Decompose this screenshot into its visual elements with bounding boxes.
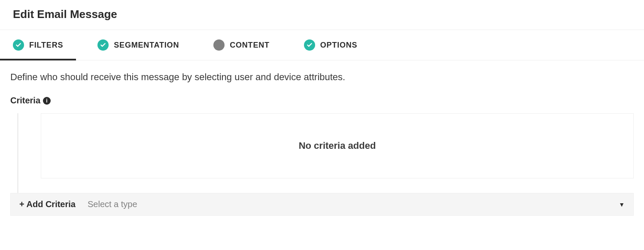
check-icon (304, 39, 315, 51)
criteria-body: No criteria added (17, 113, 634, 193)
tab-label: OPTIONS (320, 41, 358, 50)
add-criteria-bar[interactable]: + Add Criteria Select a type ▼ (10, 193, 634, 216)
check-icon (13, 39, 24, 51)
tab-description: Define who should receive this message b… (0, 60, 644, 96)
tab-label: FILTERS (29, 41, 63, 50)
tab-content[interactable]: CONTENT (213, 30, 270, 60)
tab-segmentation[interactable]: SEGMENTATION (97, 30, 179, 60)
page-header: Edit Email Message (0, 0, 644, 30)
criteria-type-select[interactable]: Select a type (88, 199, 619, 209)
criteria-label: Criteria (10, 96, 40, 105)
caret-down-icon: ▼ (619, 201, 625, 208)
check-icon (97, 39, 109, 51)
tab-options[interactable]: OPTIONS (304, 30, 358, 60)
tab-filters[interactable]: FILTERS (13, 30, 63, 60)
info-icon[interactable]: i (43, 97, 51, 105)
dot-icon (213, 39, 225, 51)
tab-label: CONTENT (230, 41, 270, 50)
criteria-header: Criteria i (0, 96, 644, 113)
criteria-empty-text: No criteria added (299, 140, 376, 151)
page-title: Edit Email Message (13, 8, 631, 21)
criteria-empty-box: No criteria added (41, 113, 634, 178)
add-criteria-label: + Add Criteria (19, 199, 76, 209)
tab-label: SEGMENTATION (114, 41, 179, 50)
step-tabs: FILTERS SEGMENTATION CONTENT OPTIONS (0, 30, 644, 60)
